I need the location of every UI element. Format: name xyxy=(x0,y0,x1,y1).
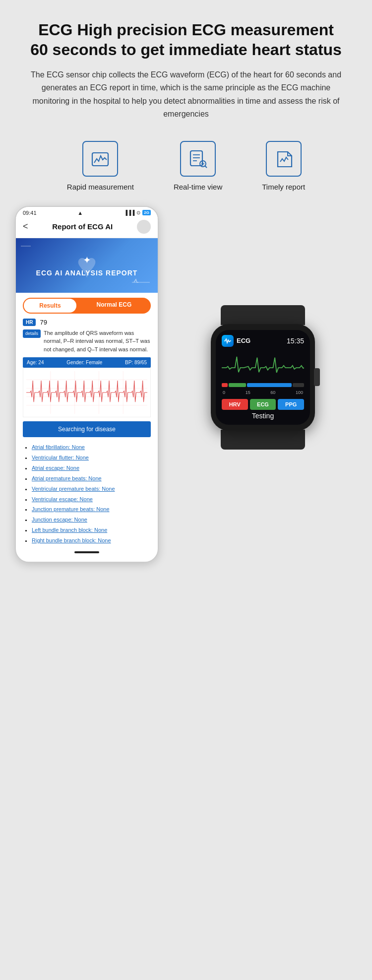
hr-badge: HR xyxy=(23,319,36,326)
ecg-button[interactable]: ECG xyxy=(250,399,276,410)
patient-age: Age: 24 xyxy=(27,360,44,365)
normal-ecg-button[interactable]: Normal ECG xyxy=(77,298,151,314)
feature-timely: Timely report xyxy=(262,141,305,191)
back-button[interactable]: < xyxy=(23,221,28,232)
home-indicator xyxy=(23,546,151,557)
svg-line-6 xyxy=(205,166,207,168)
phone-time: 09:41 xyxy=(23,210,37,216)
rapid-label: Rapid measurement xyxy=(67,183,134,191)
watch-app-name: ECG xyxy=(237,337,250,344)
watch-body: ECG 15:35 xyxy=(211,324,315,431)
network-badge: 2G xyxy=(142,210,151,215)
patient-info-bar: Age: 24 Gender: Female BP: 89/65 xyxy=(23,357,151,368)
watch-ecg-graph xyxy=(222,351,304,378)
progress-label-60: 60 xyxy=(270,390,275,395)
sparkle-icon: ✦ xyxy=(83,254,91,266)
timely-report-icon xyxy=(266,141,302,177)
status-bar: 09:41 ▲ ▐▐▐ ⊙ 2G xyxy=(16,207,158,218)
content-section: 09:41 ▲ ▐▐▐ ⊙ 2G < Report of ECG AI ♥ ✦ … xyxy=(15,206,357,563)
progress-ecg xyxy=(229,383,246,387)
list-item: Right bundle branch block: None xyxy=(32,535,151,546)
phone-nav: < Report of ECG AI xyxy=(16,218,158,238)
watch-band-bottom xyxy=(221,430,305,450)
progress-bar xyxy=(222,383,304,387)
progress-ppg xyxy=(247,383,292,387)
watch-buttons: HRV ECG PPG xyxy=(222,399,304,410)
details-row: details The amplitude of QRS waveform wa… xyxy=(23,329,151,354)
status-icons: ▐▐▐ ⊙ 2G xyxy=(124,210,151,215)
disease-link[interactable]: Junction escape: None xyxy=(32,517,87,523)
ppg-button[interactable]: PPG xyxy=(278,399,304,410)
watch-app-info: ECG xyxy=(222,335,250,347)
watch-app-icon xyxy=(222,335,234,347)
disease-link[interactable]: Right bundle branch block: None xyxy=(32,537,111,543)
list-item: Ventricular premature beats: None xyxy=(32,484,151,494)
list-item: Ventricular flutter: None xyxy=(32,453,151,463)
list-item: Junction escape: None xyxy=(32,515,151,525)
disease-list: Atrial fibrillation: None Ventricular fl… xyxy=(23,442,151,546)
disease-link[interactable]: Atrial escape: None xyxy=(32,465,79,471)
disease-link[interactable]: Atrial fibrillation: None xyxy=(32,444,85,450)
watch-crown xyxy=(314,368,320,386)
hr-row: HR 79 xyxy=(23,319,151,326)
banner-title: ECG AI ANALYSIS REPORT xyxy=(36,269,138,277)
nav-title: Report of ECG AI xyxy=(28,222,137,231)
progress-label-100: 100 xyxy=(296,390,303,395)
disease-link[interactable]: Ventricular flutter: None xyxy=(32,455,89,460)
ecg-banner: ♥ ✦ ECG AI ANALYSIS REPORT xyxy=(16,238,158,293)
search-disease-button[interactable]: Searching for disease xyxy=(23,421,151,437)
signal-icon: ▐▐▐ xyxy=(124,210,134,215)
wifi-icon: ⊙ xyxy=(136,210,140,215)
phone-mockup: 09:41 ▲ ▐▐▐ ⊙ 2G < Report of ECG AI ♥ ✦ … xyxy=(15,206,159,563)
watch-outer: ECG 15:35 xyxy=(206,305,320,450)
hrv-button[interactable]: HRV xyxy=(222,399,248,410)
feature-rapid: Rapid measurement xyxy=(67,141,134,191)
disease-link[interactable]: Junction premature beats: None xyxy=(32,506,110,512)
rapid-measurement-icon xyxy=(82,141,118,177)
watch-status: Testing xyxy=(222,412,304,420)
hr-value: 79 xyxy=(40,319,47,326)
patient-bp: BP: 89/65 xyxy=(125,360,147,365)
disease-link[interactable]: Left bundle branch block: None xyxy=(32,527,107,533)
watch-band-top xyxy=(221,305,305,325)
list-item: Left bundle branch block: None xyxy=(32,525,151,535)
status-indicator: ▲ xyxy=(77,210,83,216)
disease-link[interactable]: Ventricular escape: None xyxy=(32,496,93,502)
watch-screen: ECG 15:35 xyxy=(216,330,310,425)
list-item: Ventricular escape: None xyxy=(32,494,151,505)
svg-rect-1 xyxy=(190,151,202,166)
progress-labels: 0 15 60 100 xyxy=(222,390,304,395)
phone-body: Results Normal ECG HR 79 details The amp… xyxy=(16,293,158,562)
progress-remaining xyxy=(293,383,304,387)
list-item: Atrial fibrillation: None xyxy=(32,442,151,453)
list-item: Atrial escape: None xyxy=(32,463,151,473)
header-section: ECG High precision ECG measurement 60 se… xyxy=(15,20,357,121)
patient-gender: Gender: Female xyxy=(66,360,102,365)
page-description: The ECG sensor chip collects the ECG wav… xyxy=(27,68,345,121)
home-bar xyxy=(74,551,99,553)
details-text: The amplitude of QRS waveform was normal… xyxy=(44,329,151,354)
feature-realtime: Real-time view xyxy=(174,141,222,191)
disease-link[interactable]: Ventricular premature beats: None xyxy=(32,486,115,492)
features-section: Rapid measurement Real-time view xyxy=(15,141,357,191)
results-button[interactable]: Results xyxy=(24,299,76,313)
watch-header: ECG 15:35 xyxy=(222,335,304,347)
watch-time: 15:35 xyxy=(287,337,304,345)
list-item: Atrial premature beats: None xyxy=(32,473,151,484)
progress-label-15: 15 xyxy=(246,390,250,395)
progress-hrv xyxy=(222,383,228,387)
details-badge: details xyxy=(23,329,41,338)
results-bar[interactable]: Results Normal ECG xyxy=(23,298,151,314)
list-item: Junction premature beats: None xyxy=(32,504,151,515)
realtime-view-icon xyxy=(180,141,216,177)
progress-label-0: 0 xyxy=(223,390,225,395)
avatar xyxy=(137,220,151,234)
watch-section: ECG 15:35 xyxy=(169,206,357,450)
disease-link[interactable]: Atrial premature beats: None xyxy=(32,475,102,481)
ecg-chart xyxy=(23,368,151,417)
timely-label: Timely report xyxy=(262,183,305,191)
realtime-label: Real-time view xyxy=(174,183,222,191)
page-title: ECG High precision ECG measurement 60 se… xyxy=(15,20,357,60)
